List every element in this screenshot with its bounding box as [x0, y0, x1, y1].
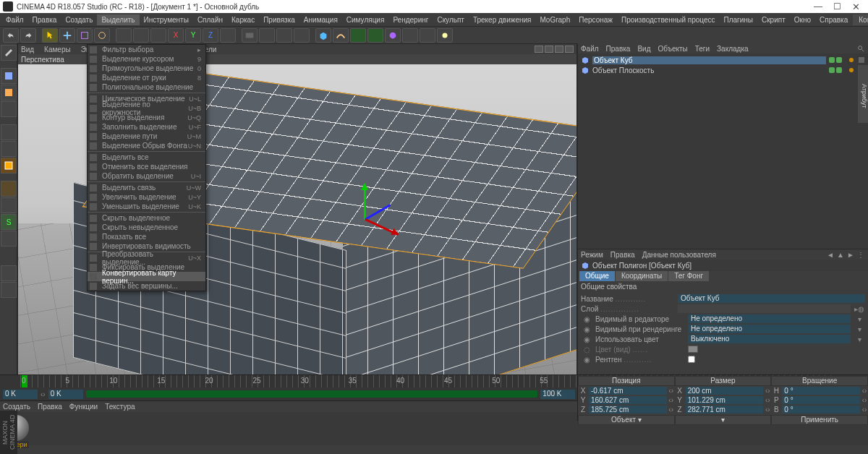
menuitem-конвертировать-карту-вершин...[interactable]: Конвертировать карту вершин... — [88, 272, 205, 281]
menuitem-выделение-пути[interactable]: Выделение путиU~M — [88, 132, 205, 141]
menu-каркас[interactable]: Каркас — [227, 14, 259, 25]
menu-скрипт[interactable]: Скрипт — [757, 14, 790, 25]
menu-справка[interactable]: Справка — [815, 14, 852, 25]
attr-xray-checkbox[interactable] — [688, 356, 695, 363]
om-view[interactable]: Вид — [637, 45, 650, 53]
attr-tab-0[interactable]: Общие — [579, 271, 615, 281]
menuitem-полигональное-выделение[interactable]: Полигональное выделение — [88, 82, 205, 92]
render-button[interactable] — [242, 28, 258, 43]
attr-userdata[interactable]: Данные пользователя — [642, 251, 716, 259]
menu-правка[interactable]: Правка — [28, 14, 61, 25]
zaxis-toggle[interactable]: Z — [203, 28, 218, 43]
gizmo-y-axis[interactable] — [364, 184, 366, 220]
vp-menu-cameras[interactable]: Камеры — [44, 46, 71, 53]
coord-object-dropdown[interactable]: Объект ▾ — [578, 415, 675, 425]
mat-create[interactable]: Создать — [3, 403, 30, 411]
mat-texture[interactable]: Текстура — [105, 403, 135, 411]
menu-плагины[interactable]: Плагины — [719, 14, 757, 25]
attr-visr-radio[interactable]: ◉ — [581, 325, 592, 333]
menuitem-прямоугольное-выделение[interactable]: Прямоугольное выделение0 — [88, 64, 205, 73]
menuitem-выделение-обрыв-фонга[interactable]: Выделение Обрыв ФонгаU~N — [88, 141, 205, 150]
om-edit[interactable]: Правка — [606, 45, 631, 53]
attr-layer-input[interactable] — [678, 304, 851, 313]
menu-симуляция[interactable]: Симуляция — [342, 14, 389, 25]
yaxis-toggle[interactable]: Y — [185, 28, 201, 43]
transform-gizmo[interactable] — [329, 184, 401, 256]
menu-привязка[interactable]: Привязка — [259, 14, 299, 25]
menu-персонаж[interactable]: Персонаж — [574, 14, 617, 25]
menuitem-контур-выделения[interactable]: Контур выделенияU~Q — [88, 113, 205, 122]
menu-трекер движения[interactable]: Трекер движения — [469, 14, 536, 25]
texture-mode[interactable] — [1, 85, 17, 100]
menu-окно[interactable]: Окно — [790, 14, 815, 25]
timeline-range-bar[interactable] — [86, 390, 538, 398]
select-tool[interactable] — [42, 28, 58, 43]
menu-инструменты[interactable]: Инструменты — [140, 14, 193, 25]
object-row[interactable]: Объект Плоскость — [579, 65, 867, 75]
menuitem-фильтр-выбора[interactable]: Фильтр выбора▸ — [88, 45, 205, 54]
vp-menu-view[interactable]: Вид — [21, 46, 34, 53]
point-mode[interactable] — [1, 124, 17, 140]
tl-end-a[interactable]: 100 K — [540, 390, 575, 399]
tl-start-a[interactable]: 0 K — [3, 390, 38, 399]
camera-tool[interactable] — [420, 28, 435, 43]
menuitem-выделение-курсором[interactable]: Выделение курсором9 — [88, 54, 205, 64]
attr-mode[interactable]: Режим — [581, 251, 603, 259]
tool-5[interactable] — [116, 28, 132, 43]
gizmo-z-axis[interactable] — [365, 204, 391, 220]
attr-nav-back[interactable]: ◄ — [826, 251, 835, 258]
model-mode[interactable] — [1, 68, 17, 84]
edge-mode[interactable] — [1, 141, 17, 157]
tweak-mode[interactable] — [1, 197, 17, 213]
attr-color-swatch[interactable] — [688, 346, 698, 353]
xaxis-toggle[interactable]: X — [168, 28, 184, 43]
om-tags[interactable]: Теги — [695, 45, 710, 53]
menuitem-показать-все[interactable]: Показать все — [88, 232, 205, 241]
minimize-button[interactable]: — — [809, 1, 827, 12]
menu-создать[interactable]: Создать — [61, 14, 97, 25]
generator-tool[interactable] — [350, 28, 366, 43]
menu-анимация[interactable]: Анимация — [299, 14, 342, 25]
menuitem-выделение-от-руки[interactable]: Выделение от руки8 — [88, 73, 205, 82]
maximize-button[interactable]: ☐ — [827, 1, 846, 12]
coord-toggle[interactable] — [220, 28, 236, 43]
menu-производственный процесс[interactable]: Производственный процесс — [617, 14, 720, 25]
object-row[interactable]: Объект Куб — [579, 55, 867, 65]
mat-edit[interactable]: Правка — [38, 403, 62, 411]
attr-vised-radio[interactable]: ◉ — [581, 315, 592, 323]
menuitem-отменить-все-выделения[interactable]: Отменить все выделения — [88, 162, 205, 171]
deformer-tool[interactable] — [385, 28, 401, 43]
coord-size-dropdown[interactable]: ▾ — [675, 415, 772, 425]
attr-visr-value[interactable]: Не определено — [688, 325, 851, 333]
menu-рендеринг[interactable]: Рендеринг — [388, 14, 433, 25]
object-manager-tree[interactable]: Объект КубОбъект Плоскость — [578, 53, 868, 249]
generator-2[interactable] — [367, 28, 383, 43]
menu-mograph[interactable]: MoGraph — [536, 14, 575, 25]
attr-usecolor-value[interactable]: Выключено — [688, 335, 851, 343]
menuitem-обратить-выделение[interactable]: Обратить выделениеU~I — [88, 171, 205, 181]
mat-func[interactable]: Функции — [69, 403, 98, 411]
move-tool[interactable] — [59, 28, 75, 43]
axis-mode[interactable] — [1, 181, 17, 197]
viewport[interactable]: Вид Камеры Экран Настройки Фильтр Панели… — [17, 43, 577, 418]
layer-picker-icon[interactable]: ▸◍ — [854, 305, 865, 313]
workplane-toggle[interactable] — [1, 231, 17, 247]
tool-7[interactable] — [150, 28, 166, 43]
attr-name-input[interactable]: Объект Куб — [678, 294, 865, 303]
gizmo-x-axis[interactable] — [365, 218, 399, 236]
rotate-tool[interactable] — [94, 28, 110, 43]
vp-nav-3[interactable] — [555, 46, 563, 53]
close-button[interactable]: ✕ — [846, 1, 865, 12]
menuitem-увеличить-выделение[interactable]: Увеличить выделениеU~Y — [88, 192, 205, 202]
redo-button[interactable] — [20, 28, 36, 43]
menuitem-выделить-все[interactable]: Выделить все — [88, 153, 205, 162]
menuitem-преобразовать-выделение...[interactable]: Преобразовать выделение...U~X — [88, 253, 205, 262]
attr-xray-radio[interactable]: ◉ — [581, 356, 592, 364]
tl-start-b[interactable]: 0 K — [48, 390, 83, 399]
layout-tab-compose[interactable]: Компоновка — [853, 14, 868, 25]
vp-nav-2[interactable] — [545, 46, 553, 53]
menuitem-выделение-по-окружности[interactable]: Выделение по окружностиU~B — [88, 103, 205, 113]
attr-nav-up[interactable]: ▲ — [836, 251, 845, 258]
spline-tool[interactable] — [333, 28, 349, 43]
attr-vised-value[interactable]: Не определено — [688, 314, 851, 323]
